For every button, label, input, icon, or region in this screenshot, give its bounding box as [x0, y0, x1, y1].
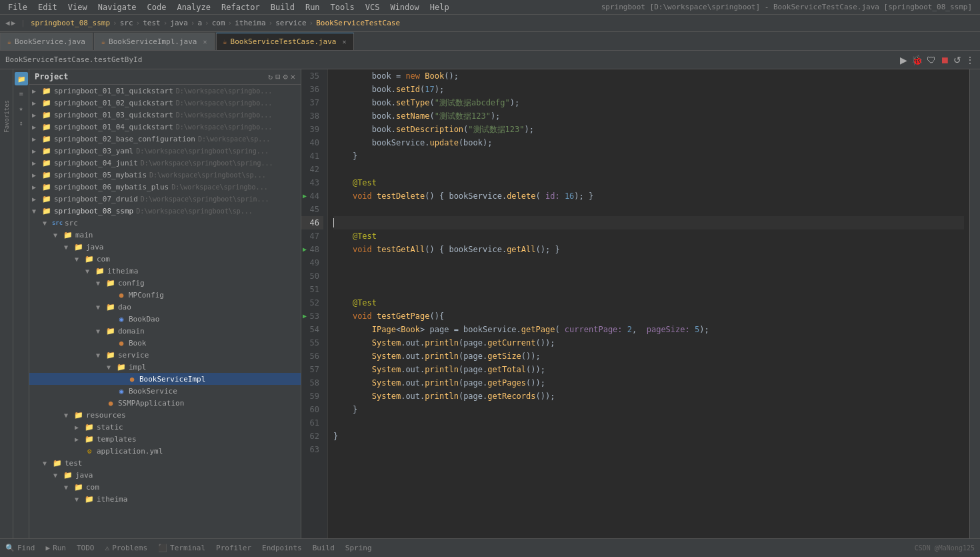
menu-refactor[interactable]: Refactor: [216, 3, 265, 12]
tree-item-com-test[interactable]: ▼ 📁 com: [29, 481, 301, 493]
bc-test[interactable]: test: [143, 19, 161, 27]
bottom-tab-endpoints[interactable]: Endpoints: [262, 541, 302, 555]
menu-navigate[interactable]: Navigate: [93, 3, 142, 12]
menu-build[interactable]: Build: [265, 3, 300, 12]
tree-item-mpconfig[interactable]: ▶ ● MPConfig: [29, 289, 301, 301]
ln-42: 42: [301, 163, 323, 176]
debug-button[interactable]: 🐞: [911, 55, 923, 65]
bottom-tab-terminal[interactable]: ⬛ Terminal: [158, 541, 205, 555]
vtab-bookmarks[interactable]: ★: [15, 101, 28, 115]
settings-icon[interactable]: ⚙: [283, 72, 288, 81]
code-content[interactable]: book = new Book(); book.setId(17); book.…: [328, 69, 969, 538]
vtab-structure[interactable]: ≡: [15, 87, 28, 100]
tab-bookserviceimpl[interactable]: ☕ BookServiceImpl.java ✕: [94, 33, 215, 50]
tree-item-springboot0101[interactable]: ▶ 📁 springboot_01_01_quickstart D:\works…: [29, 85, 301, 97]
tree-item-springboot02[interactable]: ▶ 📁 springboot_02_base_configuration D:\…: [29, 133, 301, 145]
menu-file[interactable]: File: [3, 3, 33, 12]
run-arrow-44[interactable]: ▶: [303, 189, 307, 203]
tree-item-itheima-test[interactable]: ▼ 📁 itheima: [29, 493, 301, 505]
tree-item-springboot0102[interactable]: ▶ 📁 springboot_01_02_quickstart D:\works…: [29, 97, 301, 109]
tree-item-dao[interactable]: ▼ 📁 dao: [29, 301, 301, 313]
bottom-tab-profiler[interactable]: Profiler: [216, 541, 251, 555]
tab-bookservicetestcase[interactable]: ☕ BookServiceTestCase.java ✕: [216, 33, 354, 50]
run-arrow-48[interactable]: ▶: [303, 243, 307, 256]
tree-item-bookservice[interactable]: ▶ ◉ BookService: [29, 385, 301, 397]
menu-analyze[interactable]: Analyze: [171, 3, 216, 12]
bc-nav-back[interactable]: ◀: [5, 19, 10, 27]
bottom-tab-run[interactable]: ▶ Run: [46, 541, 67, 555]
bottom-tab-find[interactable]: 🔍 Find: [5, 541, 35, 555]
tree-item-book[interactable]: ▶ ● Book: [29, 337, 301, 349]
tree-item-java-main[interactable]: ▼ 📁 java: [29, 241, 301, 253]
tree-item-main[interactable]: ▼ 📁 main: [29, 229, 301, 241]
tree-item-ssmpapp[interactable]: ▶ ● SSMPApplication: [29, 397, 301, 409]
play-button[interactable]: ▶: [900, 55, 907, 65]
tree-item-java-test[interactable]: ▼ 📁 java: [29, 469, 301, 481]
close-tab-2[interactable]: ✕: [203, 38, 207, 45]
tree-item-springboot08[interactable]: ▼ 📁 springboot_08_ssmp D:\workspace\spri…: [29, 205, 301, 217]
collapse-icon[interactable]: ⊟: [275, 72, 280, 81]
bc-itheima[interactable]: itheima: [235, 19, 265, 27]
menu-vcs[interactable]: VCS: [360, 3, 385, 12]
menu-window[interactable]: Window: [385, 3, 424, 12]
vtab-git[interactable]: ↕: [15, 116, 28, 129]
bc-project[interactable]: springboot_08_ssmp: [31, 19, 110, 27]
stop-button[interactable]: ⏹: [940, 55, 949, 65]
tree-item-springboot0103[interactable]: ▶ 📁 springboot_01_03_quickstart D:\works…: [29, 109, 301, 121]
tab-bookservice[interactable]: ☕ BookService.java: [0, 33, 93, 50]
menu-view[interactable]: View: [63, 3, 93, 12]
menu-help[interactable]: Help: [425, 3, 455, 12]
close-panel-icon[interactable]: ✕: [291, 72, 295, 81]
bc-com[interactable]: com: [212, 19, 225, 27]
code-area[interactable]: 35 36 37 38 39 40 41 42 43 ▶44 45 46 47 …: [301, 69, 969, 538]
tree-item-appyml[interactable]: ▶ ⚙ application.yml: [29, 445, 301, 457]
tree-item-com[interactable]: ▼ 📁 com: [29, 253, 301, 265]
bc-class[interactable]: BookServiceTestCase: [316, 19, 400, 27]
bc-nav-fwd[interactable]: ▶: [11, 19, 16, 27]
run-arrow-53[interactable]: ▶: [303, 310, 307, 323]
tree-item-springboot04[interactable]: ▶ 📁 springboot_04_junit D:\workspace\spr…: [29, 157, 301, 169]
reload-button[interactable]: ↺: [953, 55, 961, 65]
sync-icon[interactable]: ↻: [268, 72, 273, 81]
bc-java[interactable]: java: [170, 19, 188, 27]
tree-item-templates[interactable]: ▶ 📁 templates: [29, 433, 301, 445]
tree-item-springboot0104[interactable]: ▶ 📁 springboot_01_04_quickstart D:\works…: [29, 121, 301, 133]
menu-edit[interactable]: Edit: [33, 3, 63, 12]
tree-item-resources[interactable]: ▼ 📁 resources: [29, 409, 301, 421]
tree-item-itheima[interactable]: ▼ 📁 itheima: [29, 265, 301, 277]
menu-tools[interactable]: Tools: [325, 3, 360, 12]
tree-item-impl[interactable]: ▼ 📁 impl: [29, 361, 301, 373]
tree-item-bookdao[interactable]: ▶ ◉ BookDao: [29, 313, 301, 325]
tree-item-domain[interactable]: ▼ 📁 domain: [29, 325, 301, 337]
ln-61: 61: [301, 416, 323, 430]
tree-item-service[interactable]: ▼ 📁 service: [29, 349, 301, 361]
tree-item-springboot03[interactable]: ▶ 📁 springboot_03_yaml D:\workspace\spri…: [29, 145, 301, 157]
arrow-icon: ▶: [32, 87, 41, 95]
coverage-button[interactable]: 🛡: [927, 55, 936, 65]
bc-service[interactable]: service: [275, 19, 306, 27]
tree-item-config[interactable]: ▼ 📁 config: [29, 277, 301, 289]
bottom-tab-todo[interactable]: TODO: [77, 541, 95, 555]
close-tab-3[interactable]: ✕: [343, 38, 347, 45]
tree-item-test[interactable]: ▼ 📁 test: [29, 457, 301, 469]
code-editor[interactable]: 35 36 37 38 39 40 41 42 43 ▶44 45 46 47 …: [301, 69, 969, 538]
tree-item-springboot07[interactable]: ▶ 📁 springboot_07_druid D:\workspace\spr…: [29, 193, 301, 205]
tree-item-springboot05[interactable]: ▶ 📁 springboot_05_mybatis D:\workspace\s…: [29, 169, 301, 181]
menu-code[interactable]: Code: [142, 3, 172, 12]
code-line-48: void testGetAll() { bookService.getAll()…: [333, 243, 964, 256]
java-folder-icon-t: 📁: [63, 470, 73, 480]
code-line-35: book = new Book();: [333, 69, 964, 83]
tree-item-static[interactable]: ▶ 📁 static: [29, 421, 301, 433]
vtab-project[interactable]: 📁: [15, 72, 28, 85]
far-left-favorites[interactable]: Favorites: [2, 96, 11, 137]
tree-item-springboot06[interactable]: ▶ 📁 springboot_06_mybatis_plus D:\worksp…: [29, 181, 301, 193]
bottom-tab-build[interactable]: Build: [313, 541, 335, 555]
bc-src[interactable]: src: [120, 19, 133, 27]
menu-run[interactable]: Run: [300, 3, 325, 12]
more-run-options[interactable]: ⋮: [965, 55, 975, 65]
tree-item-bookserviceimpl[interactable]: ▶ ● BookServiceImpl: [29, 373, 301, 385]
bottom-tab-spring[interactable]: Spring: [345, 541, 372, 555]
bottom-tab-problems[interactable]: ⚠ Problems: [105, 541, 148, 555]
tree-item-src[interactable]: ▼ src src: [29, 217, 301, 229]
bc-a[interactable]: a: [197, 19, 202, 27]
